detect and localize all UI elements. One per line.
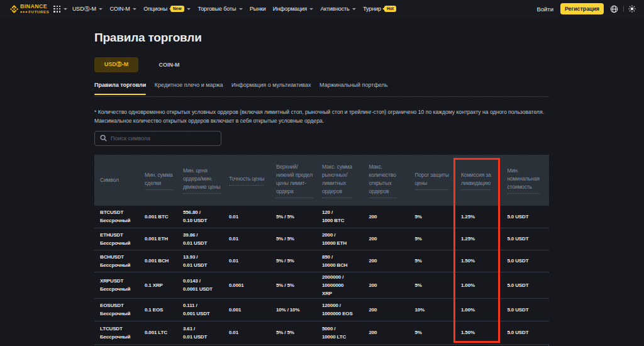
divider	[623, 6, 624, 12]
cell-btcusdt-7: 5%	[409, 206, 456, 228]
table-row-eosusdt[interactable]: EOSUSDT Бессрочный0.1 EOS0.111 / 0.001 U…	[94, 298, 549, 321]
cell-xrpusdt-3: 0.0001	[223, 272, 270, 298]
cell-btcusdt-6: 200	[364, 206, 409, 228]
table-row-xrpusdt[interactable]: XRPUSDT Бессрочный0.1 XRP0.0143 / 0.0001…	[94, 272, 549, 298]
cell-ethusdt-3: 0.01	[223, 228, 270, 250]
cell-bchusdt-0: BCHUSDT Бессрочный	[94, 250, 139, 272]
nav-item-coinm[interactable]: COIN-M	[109, 6, 136, 12]
cell-ethusdt-8: 1.25%	[455, 228, 502, 250]
cell-bchusdt-2: 13.93 / 0.01 USDT	[177, 250, 223, 272]
cell-xrpusdt-0: XRPUSDT Бессрочный	[94, 272, 139, 298]
table-row-bchusdt[interactable]: BCHUSDT Бессрочный0.001 BCH13.93 / 0.01 …	[94, 250, 549, 272]
chevron-down-icon	[309, 8, 313, 10]
logo-diamonds: ◆◆◆	[20, 11, 28, 13]
market-type-tabs: USDⓈ-M COIN-M	[94, 57, 191, 72]
col-header-4: Верхний/ нижний предел цены лимит- ордер…	[270, 155, 316, 206]
binance-logo-icon	[10, 5, 18, 13]
tab-trading-rules[interactable]: Правила торговли	[94, 82, 146, 96]
cell-btcusdt-3: 0.01	[223, 206, 270, 228]
options-badge: New	[170, 6, 184, 13]
cell-xrpusdt-6: 200	[364, 272, 409, 298]
tab-multi-assets[interactable]: Информация о мультиактивах	[231, 82, 311, 96]
nav-item-markets[interactable]: Рынки	[250, 6, 266, 12]
cell-btcusdt-0: BTCUSDT Бессрочный	[94, 206, 139, 228]
tab-usds-m[interactable]: USDⓈ-M	[94, 57, 138, 72]
topbar-right: Войти Регистрация	[536, 3, 636, 14]
cell-eosusdt-9: 5.0 USDT	[502, 298, 550, 321]
cell-eosusdt-3: 0.001	[223, 298, 270, 321]
conditional-orders-note: * Количество одновременно открытых услов…	[94, 108, 553, 125]
logo-wordmark: BINANCE ◆◆◆FUTURES	[20, 4, 49, 14]
theme-toggle-button[interactable]	[628, 5, 636, 13]
register-button[interactable]: Регистрация	[560, 3, 604, 14]
nav-item-info[interactable]: Информация	[273, 6, 314, 12]
table-row-ethusdt[interactable]: ETHUSDT Бессрочный0.001 ETH39.86 / 0.01 …	[94, 228, 549, 250]
cell-eosusdt-6: 200	[364, 298, 409, 321]
col-header-3: Точность цены	[223, 155, 270, 206]
cell-ltcusdt-8: 1.50%	[455, 321, 502, 345]
main-nav: USDⓈ-M COIN-M ОпционыNew Торговые боты Р…	[72, 5, 403, 13]
cell-ethusdt-7: 5%	[409, 228, 456, 250]
symbol-search-input[interactable]	[111, 135, 216, 142]
cell-ethusdt-6: 200	[364, 228, 409, 250]
col-header-8: Комиссия за ликвидацию	[455, 155, 502, 206]
tab-leverage-margin[interactable]: Кредитное плечо и маржа	[155, 82, 223, 96]
tab-portfolio-margin[interactable]: Маржинальный портфель	[319, 82, 387, 96]
page-title: Правила торговли	[94, 31, 202, 45]
nav-item-options[interactable]: ОпционыNew	[143, 6, 191, 13]
search-icon	[100, 135, 107, 142]
cell-btcusdt-1: 0.001 BTC	[139, 206, 177, 228]
table-row-btcusdt[interactable]: BTCUSDT Бессрочный0.001 BTC556.80 / 0.10…	[94, 206, 549, 228]
table-header: СимволМин. сумма сделкиМин. цена ордера/…	[94, 155, 549, 206]
cell-eosusdt-0: EOSUSDT Бессрочный	[94, 298, 139, 321]
login-link[interactable]: Войти	[536, 6, 553, 13]
col-header-2: Мин. цена ордера/мин. движение цены	[177, 155, 223, 206]
section-tabs: Правила торговли Кредитное плечо и маржа…	[94, 82, 549, 97]
cell-btcusdt-5: 120 / 1000 BTC	[316, 206, 364, 228]
nav-item-bots[interactable]: Торговые боты	[197, 6, 242, 12]
cell-xrpusdt-9: 5.0 USDT	[502, 272, 550, 298]
cell-eosusdt-4: 10% / 10%	[270, 298, 316, 321]
cell-bchusdt-8: 1.50%	[455, 250, 502, 272]
cell-ltcusdt-7: 5%	[409, 321, 456, 345]
chevron-down-icon	[187, 8, 191, 10]
cell-ltcusdt-5: 5000 / 10000 LTC	[316, 321, 364, 345]
cell-eosusdt-1: 0.1 EOS	[139, 298, 177, 321]
symbol-search-box[interactable]	[94, 131, 221, 146]
cell-eosusdt-7: 10%	[409, 298, 456, 321]
cell-xrpusdt-7: 5%	[409, 272, 456, 298]
nav-item-tournament[interactable]: ТурнирHot	[363, 6, 396, 13]
col-header-5: Макс. сумма рыночных/ лимитных ордеров	[316, 155, 364, 206]
chevron-down-icon	[64, 8, 67, 10]
cell-ltcusdt-2: 3.61 / 0.01 USDT	[177, 321, 223, 345]
tab-coin-m[interactable]: COIN-M	[147, 57, 191, 72]
apps-grid-menu[interactable]	[53, 6, 67, 13]
binance-futures-trading-rules-page: { "brand": { "name_top": "BINANCE", "nam…	[0, 0, 644, 346]
chevron-down-icon	[239, 8, 243, 10]
cell-bchusdt-7: 5%	[409, 250, 456, 272]
table-row-ltcusdt[interactable]: LTCUSDT Бессрочный0.001 LTC3.61 / 0.01 U…	[94, 321, 549, 345]
chevron-down-icon	[352, 8, 356, 10]
cell-btcusdt-8: 1.25%	[455, 206, 502, 228]
language-globe-button[interactable]	[610, 5, 618, 13]
cell-xrpusdt-4: 5% / 5%	[270, 272, 316, 298]
chevron-down-icon	[99, 8, 103, 10]
cell-xrpusdt-8: 1.00%	[455, 272, 502, 298]
grid-icon	[53, 6, 60, 13]
binance-futures-logo[interactable]: BINANCE ◆◆◆FUTURES	[10, 4, 49, 14]
cell-bchusdt-3: 0.01	[223, 250, 270, 272]
cell-ethusdt-4: 5% / 5%	[270, 228, 316, 250]
cell-ltcusdt-4: 5% / 5%	[270, 321, 316, 345]
col-header-9: Мин. номинальная стоимость	[502, 155, 550, 206]
cell-bchusdt-9: 5.0 USDT	[502, 250, 550, 272]
nav-item-activity[interactable]: Активность	[320, 6, 356, 12]
cell-eosusdt-5: 120000 / 1000000 EOS	[316, 298, 364, 321]
nav-item-usdsm[interactable]: USDⓈ-M	[72, 5, 103, 13]
cell-xrpusdt-2: 0.0143 / 0.0001 USDT	[177, 272, 223, 298]
cell-ltcusdt-6: 200	[364, 321, 409, 345]
cell-ethusdt-0: ETHUSDT Бессрочный	[94, 228, 139, 250]
badge-tail	[169, 8, 171, 10]
cell-eosusdt-2: 0.111 / 0.001 USDT	[177, 298, 223, 321]
cell-xrpusdt-5: 2000000 / 10000000 XRP	[316, 272, 364, 298]
active-tab-underline	[94, 94, 146, 96]
